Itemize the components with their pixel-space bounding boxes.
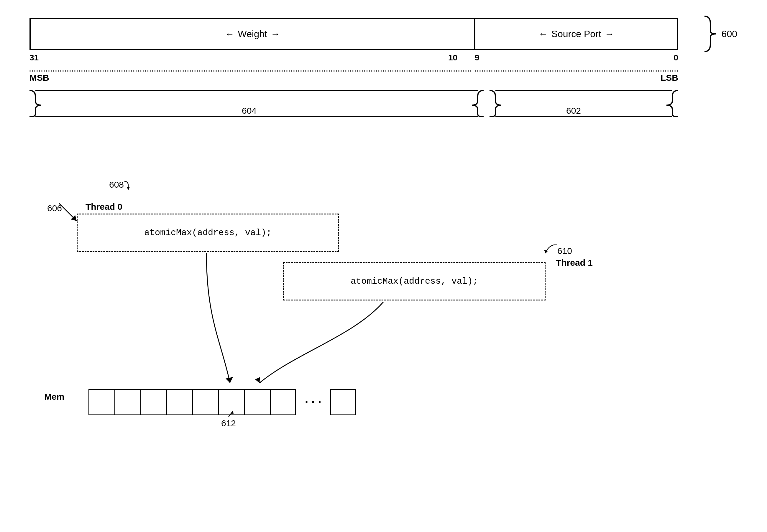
- mem-cell-5: [192, 389, 218, 415]
- svg-marker-10: [255, 377, 260, 383]
- dotted-line-row: [29, 69, 678, 73]
- mem-cell-4: [166, 389, 192, 415]
- bottom-section: 606 608 Thread 0 atomicMax(address, val)…: [29, 171, 737, 524]
- label-602: 602: [566, 106, 581, 116]
- label-612: 612: [221, 418, 236, 428]
- bit-field-box: ← Weight → ← Source Port →: [29, 18, 678, 50]
- ref-612-group: 612: [221, 418, 236, 428]
- arrow-right-weight: →: [271, 29, 280, 39]
- label-604: 604: [242, 106, 257, 116]
- arrow-left-weight: ←: [225, 29, 235, 39]
- arrow-610: [542, 244, 560, 259]
- arrow-612: [227, 409, 239, 418]
- svg-marker-9: [226, 377, 233, 383]
- svg-marker-7: [127, 187, 130, 190]
- arrow-608: [121, 180, 133, 191]
- msb-label: MSB: [29, 73, 49, 83]
- bit-numbers-row: 31 10 9 0: [29, 53, 678, 69]
- bit-field-section: ← Weight → ← Source Port →: [29, 18, 708, 117]
- mem-cell-3: [140, 389, 166, 415]
- mem-label: Mem: [44, 392, 64, 402]
- mem-cell-2: [114, 389, 140, 415]
- arrow-right-sp: →: [605, 29, 614, 39]
- ref-606-group: 606: [47, 203, 62, 213]
- weight-label: ← Weight →: [225, 29, 280, 39]
- lsb-label: LSB: [661, 73, 678, 83]
- ref-610-group: 610: [557, 246, 572, 256]
- diagram-container: ← Weight → ← Source Port →: [0, 0, 767, 532]
- bit-9-label: 9: [475, 53, 479, 62]
- source-port-label: ← Source Port →: [538, 29, 614, 39]
- arrow-left-sp: ←: [538, 29, 548, 39]
- mem-cell-7: [244, 389, 270, 415]
- bit-0-label: 0: [674, 53, 678, 62]
- mem-cell-1: [88, 389, 114, 415]
- mem-cell-8: [270, 389, 296, 415]
- dotted-right: [475, 70, 678, 72]
- dotted-left: [29, 70, 472, 72]
- mem-dots: · · ·: [305, 396, 321, 409]
- thread0-code: atomicMax(address, val);: [144, 228, 272, 238]
- source-port-text: Source Port: [551, 29, 601, 39]
- ref-600-label: 600: [722, 29, 737, 39]
- field-weight: ← Weight →: [31, 19, 475, 49]
- bit-10-label: 10: [448, 53, 457, 62]
- curly-brace-row: 604 602: [29, 87, 678, 117]
- thread1-label: Thread 1: [556, 258, 593, 268]
- field-source-port: ← Source Port →: [475, 19, 677, 49]
- thread0-box: atomicMax(address, val);: [77, 214, 339, 252]
- weight-text: Weight: [238, 29, 267, 39]
- bit-31-label: 31: [29, 53, 39, 62]
- brace-600-svg: [702, 15, 719, 53]
- svg-marker-8: [544, 250, 548, 253]
- mem-cell-last: [330, 389, 356, 415]
- ref-608-group: 608: [109, 180, 124, 190]
- brace-600-group: 600: [702, 15, 737, 53]
- thread1-box: atomicMax(address, val);: [283, 262, 545, 300]
- thread0-label: Thread 0: [85, 202, 122, 212]
- mem-cells: · · ·: [88, 389, 356, 415]
- msb-lsb-row: MSB LSB: [29, 73, 678, 87]
- svg-marker-12: [231, 411, 234, 414]
- thread1-code: atomicMax(address, val);: [351, 276, 478, 286]
